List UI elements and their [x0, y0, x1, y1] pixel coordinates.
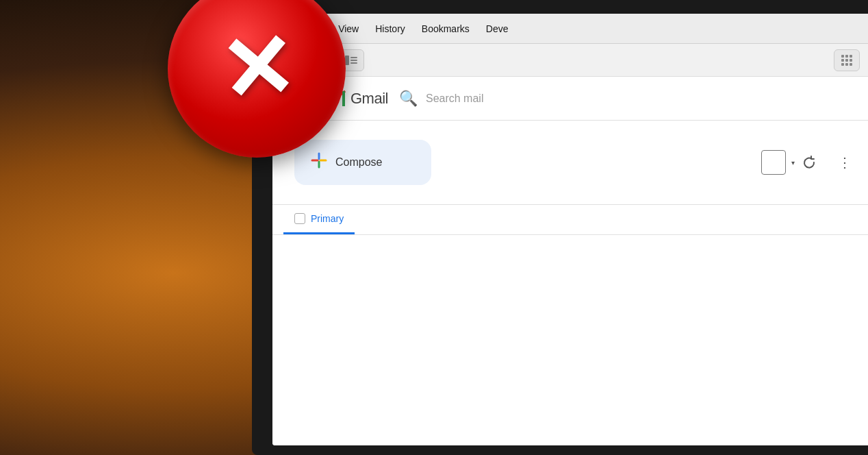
primary-tab-label: Primary — [311, 213, 344, 224]
browser-screen: ile Edit View History Bookmarks Deve — [272, 14, 868, 445]
primary-tab-checkbox — [294, 213, 305, 224]
gmail-sub-toolbar: Compose ▾ ⋮ — [272, 121, 868, 205]
svg-rect-10 — [841, 63, 844, 66]
svg-rect-4 — [841, 55, 844, 58]
svg-rect-8 — [845, 59, 848, 62]
search-placeholder-text: Search mail — [426, 93, 483, 105]
svg-rect-5 — [845, 55, 848, 58]
svg-rect-7 — [841, 59, 844, 62]
checkbox-dropdown-arrow[interactable]: ▾ — [791, 159, 795, 167]
tab-primary[interactable]: Primary — [283, 205, 355, 234]
browser-toolbar — [272, 44, 868, 77]
more-options-button[interactable]: ⋮ — [832, 150, 857, 175]
grid-view-button[interactable] — [834, 49, 860, 71]
gmail-header: Gmail 🔍 Search mail — [272, 77, 868, 121]
svg-rect-11 — [845, 63, 848, 66]
menu-item-history[interactable]: History — [375, 23, 405, 34]
inbox-tabs: Primary — [272, 205, 868, 235]
gmail-content: Gmail 🔍 Search mail Compose — [272, 77, 868, 445]
red-x-overlay: ✕ — [168, 0, 359, 171]
svg-rect-6 — [850, 55, 852, 58]
menu-item-bookmarks[interactable]: Bookmarks — [422, 23, 470, 34]
search-bar[interactable]: 🔍 Search mail — [399, 90, 741, 108]
svg-rect-12 — [850, 63, 852, 66]
x-mark-icon: ✕ — [216, 21, 298, 116]
refresh-button[interactable] — [797, 150, 821, 175]
menu-item-develop[interactable]: Deve — [486, 23, 509, 34]
svg-rect-9 — [850, 59, 852, 62]
select-all-checkbox[interactable]: ▾ — [761, 150, 786, 175]
browser-menu-bar: ile Edit View History Bookmarks Deve — [272, 14, 868, 44]
vertical-dots-icon: ⋮ — [838, 154, 852, 171]
search-icon: 🔍 — [399, 90, 418, 108]
red-circle: ✕ — [168, 0, 346, 158]
